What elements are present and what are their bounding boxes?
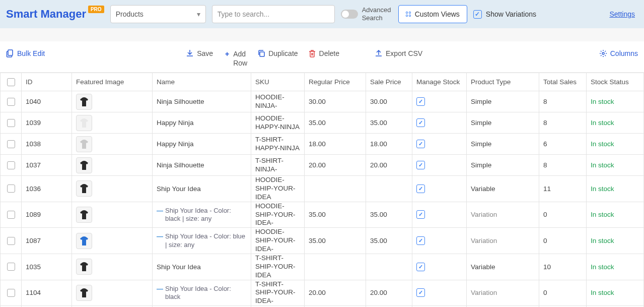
row-checkbox[interactable] bbox=[7, 98, 15, 106]
delete-button[interactable]: Delete bbox=[308, 49, 339, 57]
cell-sku[interactable]: HOODIE-HAPPY-NINJA bbox=[251, 112, 305, 134]
cell-product-type[interactable]: Simple bbox=[467, 134, 539, 155]
cell-sale-price[interactable]: 30.00 bbox=[366, 91, 412, 112]
cell-regular-price[interactable] bbox=[305, 254, 366, 280]
row-checkbox[interactable] bbox=[7, 237, 15, 245]
cell-sku[interactable]: T-SHIRT-SHIP-YOUR-IDEA- bbox=[251, 280, 305, 306]
select-all-header[interactable] bbox=[1, 73, 22, 91]
cell-id[interactable]: 1040 bbox=[22, 91, 72, 112]
cell-featured-image[interactable] bbox=[72, 254, 153, 280]
cell-id[interactable]: 1039 bbox=[22, 112, 72, 134]
cell-total-sales[interactable]: 8 bbox=[539, 112, 587, 134]
checkbox-checked-icon[interactable]: ✓ bbox=[416, 263, 425, 271]
row-checkbox[interactable] bbox=[7, 211, 15, 219]
cell-product-type[interactable]: Variation bbox=[467, 228, 539, 254]
cell-regular-price[interactable]: 20.00 bbox=[305, 280, 366, 306]
cell-featured-image[interactable] bbox=[72, 155, 153, 176]
table-row[interactable]: 1040Ninja SilhouetteHOODIE-NINJA-30.0030… bbox=[1, 91, 644, 112]
cell-product-type[interactable]: Simple bbox=[467, 112, 539, 134]
table-row[interactable]: 1036Ship Your IdeaHOODIE-SHIP-YOUR-IDEA✓… bbox=[1, 176, 644, 202]
col-total-sales[interactable]: Total Sales bbox=[539, 73, 587, 91]
col-name[interactable]: Name bbox=[153, 73, 251, 91]
columns-button[interactable]: Columns bbox=[599, 49, 638, 57]
search-box[interactable] bbox=[212, 5, 335, 23]
cell-featured-image[interactable] bbox=[72, 280, 153, 306]
cell-regular-price[interactable]: 35.00 bbox=[305, 112, 366, 134]
col-manage-stock[interactable]: Manage Stock bbox=[412, 73, 467, 91]
cell-regular-price[interactable]: 20.00 bbox=[305, 155, 366, 176]
row-checkbox[interactable] bbox=[7, 263, 15, 271]
cell-manage-stock[interactable]: ✓ bbox=[412, 155, 467, 176]
cell-stock-status[interactable]: In stock bbox=[587, 112, 644, 134]
cell-id[interactable]: 1036 bbox=[22, 176, 72, 202]
table-row[interactable]: 1087—Ship Your Idea - Color: blue | size… bbox=[1, 228, 644, 254]
cell-manage-stock[interactable]: ✓ bbox=[412, 112, 467, 134]
checkbox-checked-icon[interactable]: ✓ bbox=[416, 210, 425, 219]
col-id[interactable]: ID bbox=[22, 73, 72, 91]
cell-name[interactable]: Ninja Silhouette bbox=[153, 91, 251, 112]
cell-product-type[interactable]: Variable bbox=[467, 176, 539, 202]
cell-name[interactable]: Ship Your Idea bbox=[153, 176, 251, 202]
cell-regular-price[interactable]: 30.00 bbox=[305, 91, 366, 112]
cell-sku[interactable]: HOODIE-SHIP-YOUR-IDEA- bbox=[251, 228, 305, 254]
table-row[interactable]: 1104—Ship Your Idea - Color: blackT-SHIR… bbox=[1, 280, 644, 306]
cell-featured-image[interactable] bbox=[72, 202, 153, 228]
cell-name[interactable]: Happy Ninja bbox=[153, 112, 251, 134]
cell-stock-status[interactable]: In stock bbox=[587, 134, 644, 155]
col-sale-price[interactable]: Sale Price bbox=[366, 73, 412, 91]
show-variations-checkbox[interactable]: ✓ Show Variations bbox=[473, 10, 536, 19]
cell-manage-stock[interactable]: ✓ bbox=[412, 91, 467, 112]
entity-dropdown[interactable]: Products ▾ bbox=[110, 5, 206, 23]
cell-sku[interactable]: T-SHIRT-SHIP-YOUR-IDEA bbox=[251, 254, 305, 280]
cell-regular-price[interactable] bbox=[305, 176, 366, 202]
table-row[interactable]: 1037Ninja SilhouetteT-SHIRT-NINJA-20.002… bbox=[1, 155, 644, 176]
row-checkbox[interactable] bbox=[7, 185, 15, 193]
cell-stock-status[interactable]: In stock bbox=[587, 91, 644, 112]
row-checkbox[interactable] bbox=[7, 289, 15, 297]
table-row[interactable]: 1038Happy NinjaT-SHIRT-HAPPY-NINJA18.001… bbox=[1, 134, 644, 155]
cell-id[interactable]: 1037 bbox=[22, 155, 72, 176]
cell-name[interactable]: Ninja Silhouette bbox=[153, 155, 251, 176]
cell-stock-status[interactable]: In stock bbox=[587, 155, 644, 176]
cell-name[interactable]: Ship Your Idea bbox=[153, 254, 251, 280]
cell-featured-image[interactable] bbox=[72, 228, 153, 254]
cell-sale-price[interactable]: 20.00 bbox=[366, 280, 412, 306]
cell-stock-status[interactable]: In stock bbox=[587, 202, 644, 228]
cell-manage-stock[interactable]: ✓ bbox=[412, 176, 467, 202]
cell-stock-status[interactable]: In stock bbox=[587, 228, 644, 254]
cell-total-sales[interactable]: 0 bbox=[539, 202, 587, 228]
cell-product-type[interactable]: Simple bbox=[467, 91, 539, 112]
cell-product-type[interactable]: Variation bbox=[467, 280, 539, 306]
cell-sale-price[interactable]: 20.00 bbox=[366, 155, 412, 176]
cell-featured-image[interactable] bbox=[72, 176, 153, 202]
cell-sku[interactable]: HOODIE-SHIP-YOUR-IDEA- bbox=[251, 202, 305, 228]
search-input[interactable] bbox=[218, 10, 329, 18]
cell-id[interactable]: 1035 bbox=[22, 254, 72, 280]
cell-sku[interactable]: HOODIE-NINJA- bbox=[251, 91, 305, 112]
cell-sku[interactable]: T-SHIRT-HAPPY-NINJA bbox=[251, 134, 305, 155]
cell-manage-stock[interactable]: ✓ bbox=[412, 254, 467, 280]
row-checkbox[interactable] bbox=[7, 161, 15, 169]
duplicate-button[interactable]: Duplicate bbox=[257, 49, 298, 57]
cell-stock-status[interactable]: In stock bbox=[587, 280, 644, 306]
cell-total-sales[interactable]: 10 bbox=[539, 254, 587, 280]
row-checkbox[interactable] bbox=[7, 140, 15, 148]
checkbox-checked-icon[interactable]: ✓ bbox=[416, 236, 425, 245]
cell-id[interactable]: 1087 bbox=[22, 228, 72, 254]
cell-manage-stock[interactable]: ✓ bbox=[412, 202, 467, 228]
export-csv-button[interactable]: Export CSV bbox=[375, 49, 422, 57]
cell-name[interactable]: —Ship Your Idea - Color: black | size: a… bbox=[153, 202, 251, 228]
cell-regular-price[interactable]: 35.00 bbox=[305, 202, 366, 228]
add-row-button[interactable]: + Add Row bbox=[223, 49, 247, 68]
save-button[interactable]: Save bbox=[186, 49, 213, 57]
cell-id[interactable]: 1089 bbox=[22, 202, 72, 228]
cell-name[interactable]: Happy Ninja bbox=[153, 134, 251, 155]
table-row[interactable]: 1039Happy NinjaHOODIE-HAPPY-NINJA35.0035… bbox=[1, 112, 644, 134]
cell-total-sales[interactable]: 11 bbox=[539, 176, 587, 202]
cell-featured-image[interactable] bbox=[72, 134, 153, 155]
checkbox-checked-icon[interactable]: ✓ bbox=[416, 288, 425, 297]
cell-sale-price[interactable]: 18.00 bbox=[366, 134, 412, 155]
checkbox-checked-icon[interactable]: ✓ bbox=[416, 161, 425, 169]
cell-product-type[interactable]: Variation bbox=[467, 202, 539, 228]
cell-name[interactable]: —Ship Your Idea - Color: blue | size: an… bbox=[153, 228, 251, 254]
